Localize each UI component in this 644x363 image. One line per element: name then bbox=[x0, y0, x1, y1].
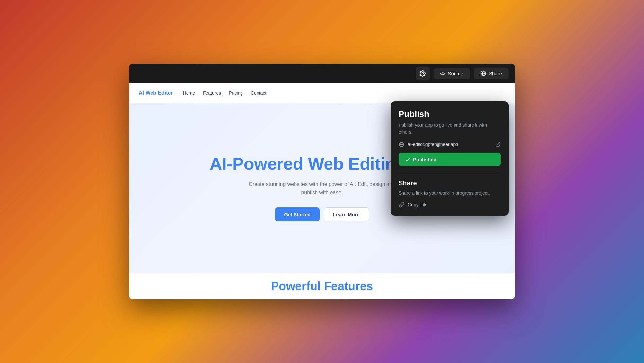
site-nav-links: Home Features Pricing Contact bbox=[183, 90, 267, 96]
learn-more-button[interactable]: Learn More bbox=[324, 207, 369, 221]
settings-button[interactable] bbox=[416, 67, 430, 80]
publish-dropdown: Publish Publish your app to go live and … bbox=[391, 101, 509, 216]
source-label: Source bbox=[448, 71, 463, 76]
globe-icon bbox=[480, 70, 486, 76]
nav-link-home[interactable]: Home bbox=[183, 90, 195, 96]
site-nav: AI Web Editor Home Features Pricing Cont… bbox=[129, 83, 515, 103]
features-section: Powerful Features bbox=[129, 273, 515, 299]
publish-title: Publish bbox=[399, 109, 501, 119]
get-started-button[interactable]: Get Started bbox=[275, 207, 320, 221]
nav-link-features[interactable]: Features bbox=[203, 90, 221, 96]
nav-link-pricing[interactable]: Pricing bbox=[229, 90, 243, 96]
source-button[interactable]: <> Source bbox=[434, 68, 470, 79]
published-label: Published bbox=[413, 157, 437, 162]
publish-url-row: ai-editor.gptengineer.app bbox=[399, 142, 501, 147]
copy-link-row[interactable]: Copy link bbox=[399, 202, 501, 208]
features-title: Powerful Features bbox=[271, 279, 373, 293]
copy-link-icon bbox=[399, 202, 404, 208]
site-logo: AI Web Editor bbox=[139, 90, 173, 96]
share-button[interactable]: Share bbox=[474, 68, 509, 79]
checkmark-icon bbox=[405, 157, 410, 162]
published-button[interactable]: Published bbox=[399, 153, 501, 166]
publish-url: ai-editor.gptengineer.app bbox=[408, 142, 492, 147]
browser-window: <> Source Share AI Web Editor Home Featu… bbox=[129, 64, 515, 299]
nav-link-contact[interactable]: Contact bbox=[251, 90, 266, 96]
section-divider bbox=[399, 174, 501, 174]
globe-url-icon bbox=[399, 142, 404, 147]
hero-subtext: Create stunning websites with the power … bbox=[240, 180, 404, 197]
code-brackets-icon: <> bbox=[440, 71, 445, 76]
external-link-icon[interactable] bbox=[495, 142, 501, 147]
svg-point-0 bbox=[422, 73, 423, 74]
browser-toolbar: <> Source Share bbox=[129, 64, 515, 83]
gear-icon bbox=[420, 70, 426, 77]
share-section-title: Share bbox=[399, 180, 501, 187]
copy-link-text: Copy link bbox=[408, 202, 427, 207]
share-section-description: Share a link to your work-in-progress pr… bbox=[399, 190, 501, 197]
share-label: Share bbox=[489, 71, 502, 76]
publish-description: Publish your app to go live and share it… bbox=[399, 122, 501, 136]
browser-content: AI Web Editor Home Features Pricing Cont… bbox=[129, 83, 515, 299]
svg-line-5 bbox=[498, 143, 500, 145]
hero-buttons: Get Started Learn More bbox=[275, 207, 369, 221]
hero-heading-main: AI-Powered Web Editing bbox=[210, 154, 411, 173]
